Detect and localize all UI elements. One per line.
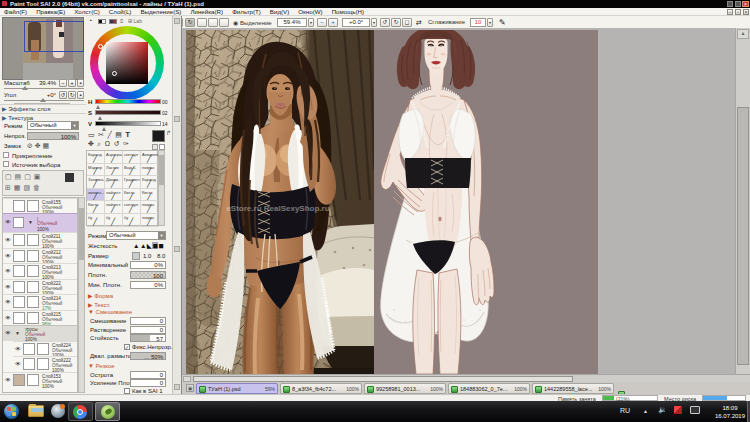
svg-text:eStore.ru RealSexyShop.ru: eStore.ru RealSexyShop.ru (226, 204, 329, 213)
